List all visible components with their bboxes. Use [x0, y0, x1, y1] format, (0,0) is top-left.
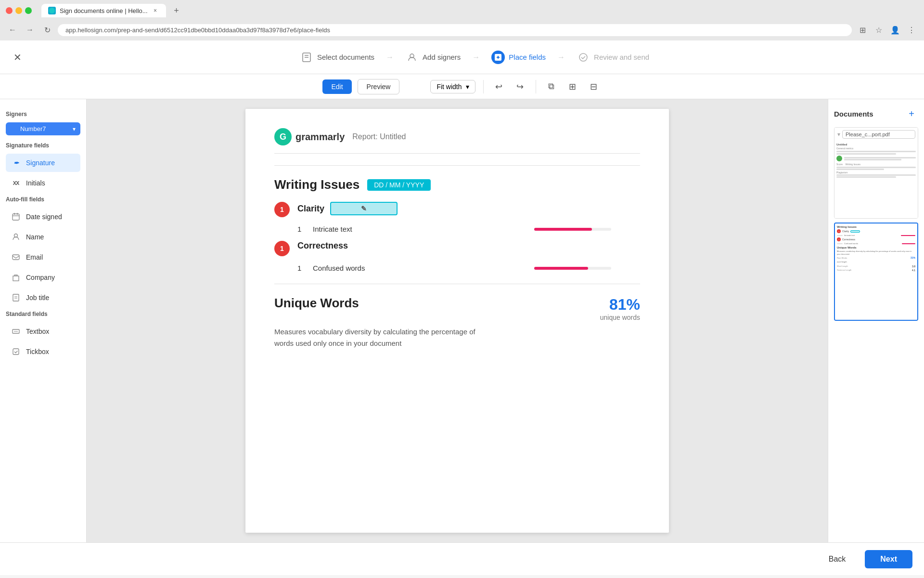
bookmark-icon[interactable]: ☆	[872, 23, 886, 37]
left-sidebar: Signers Number7 ▾ Signature fields ✒ Sig…	[0, 99, 87, 542]
copy-button[interactable]: ⧉	[544, 79, 559, 94]
unique-words-stats: 81% unique words	[600, 296, 640, 321]
step-add-signers[interactable]: Add signers	[396, 51, 470, 64]
sidebar-item-email[interactable]: Email	[6, 248, 80, 266]
correctness-progress-bar	[534, 267, 588, 270]
step-add-signers-icon	[405, 51, 419, 64]
right-sidebar: Documents + ▾ ⋮ Untitled General metri	[828, 99, 924, 542]
grammarly-logo: G grammarly	[274, 128, 345, 145]
grid-button[interactable]: ⊞	[565, 79, 580, 94]
clarity-name: Clarity ✎	[297, 202, 640, 215]
step-select-documents[interactable]: Select documents	[290, 51, 384, 64]
document-title: Report: Untitled	[352, 132, 406, 141]
unique-words-title-col: Unique Words	[274, 296, 359, 311]
clarity-sub-label: Intricate text	[313, 225, 352, 233]
doc-thumb-menu-button[interactable]: ⋮	[915, 130, 918, 139]
next-button[interactable]: Next	[865, 550, 912, 568]
initials-icon: XX	[11, 178, 21, 188]
date-field[interactable]: DD / MM / YYYY	[367, 179, 431, 191]
forward-nav-button[interactable]: →	[23, 23, 37, 37]
sidebar-item-signature[interactable]: ✒ Signature	[6, 154, 80, 172]
unique-words-section: Unique Words 81% unique words Measures v…	[274, 296, 640, 349]
signer-dropdown[interactable]: Number7 ▾	[6, 122, 80, 135]
preview-button[interactable]: Preview	[358, 79, 400, 94]
new-tab-button[interactable]: +	[170, 4, 183, 17]
browser-tab[interactable]: Sign documents online | Hello... ×	[41, 4, 166, 17]
sidebar-item-textbox[interactable]: Textbox	[6, 322, 80, 341]
refresh-nav-button[interactable]: ↻	[40, 23, 54, 37]
svg-rect-9	[13, 214, 19, 220]
add-document-button[interactable]: +	[905, 107, 918, 120]
top-bar: ✕ Select documents → Add signers →	[0, 40, 924, 74]
account-icon[interactable]: 👤	[888, 23, 902, 37]
email-icon	[11, 252, 21, 263]
name-icon	[11, 232, 21, 242]
clarity-count: 1	[297, 225, 307, 233]
toolbar-separator-1	[483, 80, 484, 93]
doc-thumb-name-input[interactable]	[842, 130, 915, 139]
documents-title: Documents	[834, 110, 873, 118]
company-label: Company	[26, 274, 55, 281]
signer-name: Number7	[20, 125, 46, 132]
step-review-send[interactable]: Review and send	[567, 51, 659, 64]
maximize-dot[interactable]	[25, 7, 32, 14]
back-nav-button[interactable]: ←	[6, 23, 19, 37]
back-button[interactable]: Back	[815, 550, 860, 568]
minimize-dot[interactable]	[15, 7, 22, 14]
standard-fields-title: Standard fields	[6, 311, 80, 317]
step-arrow-1: →	[386, 53, 394, 62]
grammarly-g-icon: G	[274, 128, 292, 145]
textbox-label: Textbox	[26, 328, 49, 335]
toolbar-separator-2	[536, 80, 536, 93]
signers-section-title: Signers	[6, 111, 80, 118]
signature-fields-title: Signature fields	[6, 142, 80, 149]
sidebar-item-company[interactable]: Company	[6, 268, 80, 287]
step-arrow-2: →	[472, 53, 480, 62]
textbox-icon	[11, 326, 21, 337]
unique-words-pct: 81%	[600, 296, 640, 314]
clarity-field-box[interactable]: ✎	[330, 202, 398, 215]
writing-issues-header: Writing Issues DD / MM / YYYY	[274, 177, 640, 192]
close-dot[interactable]	[6, 7, 13, 14]
signature-label: Signature	[26, 159, 55, 167]
redo-button[interactable]: ↪	[513, 79, 528, 94]
right-sidebar-header: Documents +	[834, 107, 918, 120]
document-area: G grammarly Report: Untitled Writing Iss…	[87, 99, 828, 542]
tab-close-button[interactable]: ×	[152, 7, 159, 14]
correctness-number: 1	[274, 241, 290, 256]
doc-thumbnail-1[interactable]: ▾ ⋮ Untitled General metrics	[834, 127, 918, 219]
bottom-bar: Back Next	[0, 542, 924, 575]
job-title-label: Job title	[26, 294, 49, 302]
zoom-select[interactable]: Fit width ▾	[430, 80, 475, 93]
sidebar-item-date-signed[interactable]: Date signed	[6, 208, 80, 226]
signature-icon: ✒	[11, 158, 21, 168]
step-place-fields[interactable]: Place fields	[482, 51, 555, 64]
menu-icon[interactable]: ⋮	[905, 23, 918, 37]
document-page: G grammarly Report: Untitled Writing Iss…	[245, 109, 669, 533]
sidebar-item-tickbox[interactable]: Tickbox	[6, 342, 80, 361]
svg-rect-15	[13, 276, 19, 281]
edit-icon: ✎	[361, 205, 367, 212]
extensions-icon[interactable]: ⊞	[856, 23, 869, 37]
company-icon	[11, 272, 21, 283]
doc-thumb-inner-1: Untitled General metrics	[836, 143, 916, 178]
undo-button[interactable]: ↩	[491, 79, 507, 94]
signer-color-dot	[11, 126, 17, 132]
autofill-fields-title: Auto-fill fields	[6, 196, 80, 203]
close-button[interactable]: ✕	[10, 50, 25, 65]
step-place-fields-label: Place fields	[509, 53, 546, 61]
doc-thumbnail-2[interactable]: Writing Issues 1 Clarity Intricate text	[834, 223, 918, 321]
edit-button[interactable]: Edit	[322, 79, 351, 94]
table-button[interactable]: ⊟	[586, 79, 602, 94]
address-bar[interactable]: app.hellosign.com/prep-and-send/d6512cc9…	[58, 24, 852, 36]
email-label: Email	[26, 253, 43, 261]
sidebar-item-name[interactable]: Name	[6, 228, 80, 246]
svg-rect-14	[13, 255, 19, 260]
correctness-progress-bar-bg	[534, 267, 611, 270]
sidebar-item-initials[interactable]: XX Initials	[6, 174, 80, 192]
correctness-sub-row: 1 Confused words	[297, 264, 640, 272]
unique-words-label: unique words	[600, 314, 640, 321]
address-bar-url: app.hellosign.com/prep-and-send/d6512cc9…	[65, 26, 330, 34]
sidebar-item-job-title[interactable]: Job title	[6, 289, 80, 307]
svg-rect-16	[13, 294, 19, 301]
